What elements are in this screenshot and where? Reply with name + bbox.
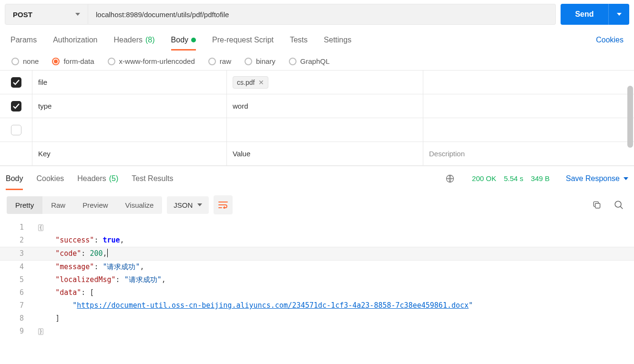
request-bar: POST localhost:8989/document/utils/pdf/p… <box>0 0 634 29</box>
tab-authorization[interactable]: Authorization <box>53 36 97 44</box>
search-icon <box>614 200 624 210</box>
request-tabs: Params Authorization Headers (8) Body Pr… <box>0 29 634 51</box>
response-time: 5.54 s <box>504 174 523 182</box>
tab-res-tests[interactable]: Test Results <box>132 174 173 183</box>
radio-form-data[interactable]: form-data <box>52 57 94 65</box>
table-row: file cs.pdf ✕ <box>0 71 634 94</box>
status-code: 200 OK <box>472 174 496 182</box>
response-view-toolbar: Pretty Raw Preview Visualize JSON <box>0 191 634 219</box>
response-data-url[interactable]: https://document-util.oss-cn-beijing.ali… <box>77 301 469 310</box>
key-cell[interactable]: type <box>32 94 227 118</box>
form-data-table: file cs.pdf ✕ type word Key Value <box>0 70 634 166</box>
table-row <box>0 118 634 142</box>
tab-tests[interactable]: Tests <box>290 36 307 44</box>
chevron-down-icon <box>197 203 202 206</box>
file-chip[interactable]: cs.pdf ✕ <box>233 76 268 89</box>
cookies-link[interactable]: Cookies <box>596 36 624 44</box>
copy-button[interactable] <box>588 196 605 213</box>
tab-res-cookies[interactable]: Cookies <box>36 174 64 183</box>
chevron-down-icon <box>617 13 622 16</box>
response-editor[interactable]: 1{ 2 "success": true, 3 "code": 200, 4 "… <box>0 219 634 340</box>
format-select[interactable]: JSON <box>167 196 209 214</box>
chevron-down-icon <box>75 13 80 16</box>
chevron-down-icon <box>624 177 628 180</box>
check-icon <box>13 103 20 109</box>
url-input[interactable]: localhost:8989/document/utils/pdf/pdftof… <box>88 4 556 25</box>
header-value: Value <box>227 142 423 165</box>
row-checkbox[interactable] <box>11 125 21 135</box>
row-checkbox[interactable] <box>11 77 21 88</box>
description-cell[interactable] <box>423 71 634 94</box>
wrap-icon <box>218 201 228 209</box>
modified-dot-icon <box>191 38 196 42</box>
save-response-button[interactable]: Save Response <box>566 174 628 183</box>
value-cell[interactable]: cs.pdf ✕ <box>227 71 423 94</box>
body-type-radios: none form-data x-www-form-urlencoded raw… <box>0 51 634 70</box>
table-header-row: Key Value Description <box>0 142 634 166</box>
tab-headers[interactable]: Headers (8) <box>114 36 155 44</box>
view-pretty[interactable]: Pretty <box>7 196 42 214</box>
svg-point-2 <box>615 201 621 207</box>
response-size: 349 B <box>531 174 550 182</box>
tab-params[interactable]: Params <box>10 36 37 44</box>
header-desc: Description <box>423 142 634 165</box>
http-method-label: POST <box>13 10 32 19</box>
radio-graphql[interactable]: GraphQL <box>289 57 330 65</box>
key-cell[interactable] <box>32 118 227 142</box>
value-cell[interactable] <box>227 118 423 142</box>
radio-raw[interactable]: raw <box>208 57 231 65</box>
value-cell[interactable]: word <box>227 94 423 118</box>
description-cell[interactable] <box>423 94 634 118</box>
description-cell[interactable] <box>423 118 634 142</box>
http-method-select[interactable]: POST <box>5 4 88 25</box>
wrap-lines-button[interactable] <box>214 195 233 214</box>
tab-res-body[interactable]: Body <box>6 174 23 190</box>
tab-prerequest[interactable]: Pre-request Script <box>212 36 274 44</box>
view-visualize[interactable]: Visualize <box>117 196 163 214</box>
view-preview[interactable]: Preview <box>74 196 116 214</box>
search-button[interactable] <box>610 196 627 213</box>
row-checkbox[interactable] <box>11 101 21 111</box>
text-cursor <box>107 249 108 257</box>
radio-none[interactable]: none <box>11 57 39 65</box>
svg-rect-1 <box>595 203 600 208</box>
response-tabs: Body Cookies Headers (5) Test Results 20… <box>0 166 634 191</box>
send-dropdown-button[interactable] <box>608 4 629 25</box>
table-row: type word <box>0 94 634 118</box>
send-button[interactable]: Send <box>561 4 608 25</box>
radio-binary[interactable]: binary <box>245 57 276 65</box>
check-icon <box>13 80 20 85</box>
tab-body[interactable]: Body <box>171 36 196 51</box>
globe-icon[interactable] <box>445 174 455 183</box>
tab-res-headers[interactable]: Headers (5) <box>77 174 118 183</box>
tab-settings[interactable]: Settings <box>324 36 351 44</box>
copy-icon <box>592 200 602 210</box>
radio-urlencoded[interactable]: x-www-form-urlencoded <box>108 57 195 65</box>
key-cell[interactable]: file <box>32 71 227 94</box>
remove-file-icon[interactable]: ✕ <box>258 79 264 86</box>
header-key: Key <box>32 142 227 165</box>
view-raw[interactable]: Raw <box>42 196 74 214</box>
vertical-scrollbar[interactable] <box>627 86 633 148</box>
